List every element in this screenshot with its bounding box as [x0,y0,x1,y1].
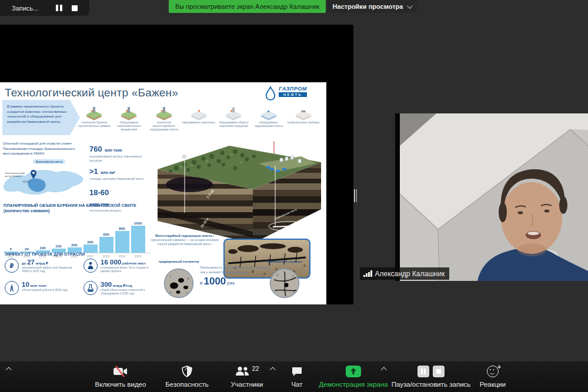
tech-icon-frack-equipment: оборудование гидроразрыва пласта [252,106,285,132]
intro-callout: В рамках национального проекта создается… [2,100,80,135]
participants-button[interactable]: 22 Участники [223,365,270,388]
mic-options-chevron-icon[interactable] [6,367,12,373]
iso-rig-icon [85,106,103,120]
map-formation-label: Баженовская свита [33,159,65,164]
traditional-reservoir-image [163,268,194,299]
chart-title: ПЛАНИРУЕМЫЙ ОБЪЕМ БУРЕНИЯ НА БАЖЕНОВСКОЙ… [4,203,151,208]
participant-name-tag: Александр Калашник [360,267,449,280]
viewing-banner: Вы просматриваете экран Александр Калашн… [169,0,326,13]
ruble-icon: ₽ [5,259,19,273]
iso-equipment-icon [190,106,208,120]
recording-indicator: Запись... [0,0,89,16]
panel-resize-handle[interactable] [354,189,357,202]
tech-icon-geophysics: геофизические приборы [287,106,320,132]
permeability-text-block: Проницаемость традиционного коллектора в… [200,266,272,287]
participants-count: 22 [252,365,259,372]
presentation-slide: Технологический центр «Бажен» ГАЗПРОМ НЕ… [0,82,326,304]
stat-recoverable: 760 млн тонн консервативный прогноз извл… [89,143,154,163]
webcam-video [395,113,588,281]
effect-budget: ₽ до 27 млрд ₽ экономический эффект для … [5,259,79,274]
view-settings-dropdown[interactable]: Настройки просмотра [327,0,417,13]
iso-equipment-icon [225,106,242,120]
bar [83,244,98,253]
iso-equipment-icon [260,106,278,120]
network-signal-icon [363,270,372,277]
flask-icon [83,281,98,295]
effect-market: 300 млрд ₽/год общий объем рынка техноло… [83,281,158,296]
stop-recording-button[interactable] [72,5,78,11]
flame-icon [265,86,276,101]
tech-icon-thermochemical: оборудование термохимического воздействи… [112,106,145,132]
tech-icon-fracking: технологии многостадийного гидроразрыва … [148,106,181,132]
chart-bars: 5 20 100 150 200 300 600 800 1000 [4,216,151,253]
bazhenov-horizon-image [269,268,300,299]
effect-jobs: 16 000 рабочих мест потенциально может б… [83,259,158,274]
frack-caption: Многостадийный гидроразрыв пласта в гори… [149,234,220,246]
pause-recording-icon[interactable] [417,366,429,377]
slide-title: Технологический центр «Бажен» [5,86,178,99]
traditional-reservoir-label: традиционный коллектор [158,260,200,264]
reactions-button[interactable]: + Реакции [475,365,510,388]
gazprom-neft-logo: ГАЗПРОМ НЕФТЬ [265,86,307,101]
russia-map [0,162,89,205]
iso-rig-icon [155,106,173,120]
meeting-toolbar: ук Включить видео Безопасность [0,361,588,392]
pilot-site-text: Опытной площадкой для отрасли станет Пал… [3,141,92,156]
camera-off-icon [112,365,129,378]
technology-icons-row: технологии бурения горизонтальных скважи… [78,106,320,132]
chat-button[interactable]: Чат [285,365,309,388]
map-region-label: ХМАО [22,180,30,183]
tech-icon-gathering: оборудование сбора и подготовки продукци… [217,106,250,132]
chart-subtitle: (количество скважин) [4,208,151,213]
bar [131,226,145,253]
tech-icon-drilling: технологии бурения горизонтальных скважи… [78,106,111,132]
worker-icon [83,259,98,273]
bar [99,237,113,253]
shield-icon [182,365,192,378]
tech-icon-software: программные комплексы [182,106,215,132]
effect-production: 10 млн тонн объем годовой добычи в 2025 … [5,281,79,295]
recording-label: Запись... [12,5,38,12]
share-screen-icon [346,366,361,377]
stat-area: >1 млн км² площадь залегания баженовской… [89,166,154,181]
start-video-button[interactable]: Включить видео [85,365,156,388]
shared-screen-area: Технологический центр «Бажен» ГАЗПРОМ НЕ… [0,25,353,304]
pause-recording-button[interactable] [56,5,62,11]
bazhenov-horizon-label: баженовский горизонт [263,260,306,264]
map-center-label: Технологический центр «Бажен» [5,172,29,178]
participant-video-tile[interactable] [395,113,588,281]
chevron-down-icon [407,3,413,9]
effects-title: ЭФФЕКТ ОТ ПРОЕКТА ДЛЯ ОТРАСЛИ [5,252,85,257]
pause-stop-recording-button[interactable]: Пауза/остановить запись [390,365,472,388]
iso-device-icon [295,106,312,120]
participants-options-chevron-icon[interactable] [270,367,276,373]
bar [115,231,129,253]
iso-rig-icon [120,106,138,120]
security-button[interactable]: Безопасность [163,365,211,388]
derrick-icon [5,281,19,295]
drilling-chart: ПЛАНИРУЕМЫЙ ОБЪЕМ БУРЕНИЯ НА БАЖЕНОВСКОЙ… [4,203,151,258]
participants-icon: 22 [235,365,259,378]
stop-recording-icon[interactable] [433,366,445,377]
chat-icon [291,365,303,378]
reactions-smiley-icon: + [487,365,499,378]
